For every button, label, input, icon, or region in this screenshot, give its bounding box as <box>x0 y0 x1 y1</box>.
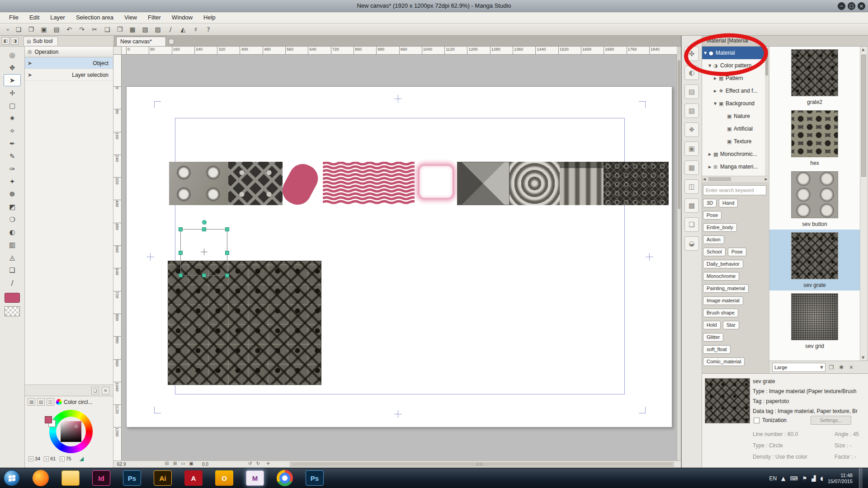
tag-button[interactable]: Hand <box>719 199 738 207</box>
minimize-button[interactable]: − <box>838 2 845 10</box>
tag-button[interactable]: Hold <box>703 321 721 329</box>
texture-rosette[interactable] <box>509 162 560 205</box>
scroll-left-icon[interactable]: ◀ <box>703 177 706 181</box>
scrollbar-thumb[interactable] <box>678 60 680 209</box>
figure-tool[interactable]: ◬ <box>4 251 21 263</box>
menu-item[interactable]: View <box>119 12 142 23</box>
color-cursor[interactable] <box>75 425 78 428</box>
main-color-swatch[interactable] <box>5 293 20 303</box>
material-tree-item[interactable]: ▼ ▣ Background <box>702 97 768 110</box>
tree-vertical-scrollbar[interactable] <box>765 47 769 176</box>
taskbar-explorer[interactable] <box>61 470 80 486</box>
material-dock-icon[interactable]: ◫ <box>684 179 699 194</box>
brush-tool[interactable]: ✑ <box>4 163 21 175</box>
taskbar-illustrator[interactable]: Ai <box>154 470 172 486</box>
tree-horizontal-scrollbar[interactable]: ◀ ▶ <box>702 176 769 182</box>
subtool-item[interactable]: ➤ Object <box>25 57 113 69</box>
material-thumbnail[interactable]: sev grid <box>769 291 860 352</box>
show-hidden-icons[interactable]: ▲ <box>781 475 785 482</box>
tag-button[interactable]: soft_float <box>703 345 731 354</box>
tag-button[interactable]: 3D <box>703 199 717 207</box>
tag-button[interactable]: Action <box>703 235 724 244</box>
fill-tool[interactable]: ◐ <box>4 226 21 238</box>
tree-expand-icon[interactable]: ▼ <box>714 102 719 106</box>
tag-button[interactable]: Pose <box>728 248 746 256</box>
canvas-horizontal-scrollbar[interactable] <box>290 462 674 467</box>
maximize-button[interactable]: □ <box>848 2 855 10</box>
menu-item[interactable]: Selection area <box>71 12 119 23</box>
ruler-tool[interactable]: ∕ <box>4 277 21 289</box>
taskbar-acrobat[interactable]: A <box>184 470 203 486</box>
close-button[interactable]: × <box>858 2 865 10</box>
texture-metal-dots[interactable] <box>169 162 228 205</box>
material-tree-item[interactable]: ▣ Artificial <box>702 122 768 135</box>
material-dock-icon[interactable]: ▩ <box>684 198 699 213</box>
scrollbar-thumb[interactable] <box>861 55 866 177</box>
selection-box[interactable] <box>180 229 227 276</box>
redo-icon[interactable]: ↷ <box>76 24 88 34</box>
foreground-color-swatch[interactable] <box>45 416 52 423</box>
tag-button[interactable]: Comic_material <box>703 357 745 366</box>
tree-expand-icon[interactable]: ▶ <box>714 76 719 80</box>
material-thumbnail[interactable]: hex <box>769 108 860 169</box>
palette-dock-icon-2[interactable]: ◨ <box>11 37 19 45</box>
material-tree-item[interactable]: ▶ ❖ Effect and f... <box>702 84 768 97</box>
subtool-panel-tab[interactable]: ▤ Sub tool <box>24 37 58 46</box>
scroll-right-icon[interactable]: ▶ <box>765 177 768 181</box>
scroll-up-icon[interactable]: ▲ <box>862 47 864 52</box>
texture-glow-frame[interactable] <box>418 164 454 199</box>
move-tool[interactable]: ✥ <box>4 61 21 74</box>
transparent-color-swatch[interactable] <box>5 306 20 316</box>
taskbar-outlook[interactable]: O <box>215 470 233 486</box>
tag-button[interactable]: Daily_behavior <box>703 260 743 268</box>
start-button[interactable] <box>4 470 20 486</box>
zoom-tool[interactable]: ◎ <box>4 49 21 61</box>
subtool-item[interactable]: ➤ Layer selection <box>25 69 113 81</box>
texture-large-grate[interactable] <box>168 261 321 385</box>
scrollbar-thumb[interactable] <box>708 177 731 181</box>
canvas-page[interactable] <box>126 86 672 427</box>
taskbar-photoshop[interactable]: Ps <box>123 470 141 486</box>
taskbar-manga-studio[interactable]: M <box>246 470 264 486</box>
material-thumbnail[interactable]: sev button <box>769 169 860 230</box>
material-dock-icon[interactable]: ▦ <box>684 160 699 175</box>
move-layer-tool[interactable]: ✛ <box>4 87 21 99</box>
vertical-ruler[interactable]: 0801602403204004805606407208008809601040… <box>113 55 122 460</box>
settings-button[interactable]: Settings... <box>811 416 851 425</box>
show-desktop-button[interactable] <box>859 468 863 488</box>
paste-icon[interactable]: ❒ <box>114 24 126 34</box>
material-thumbnail[interactable]: grate2 <box>769 47 860 108</box>
material-tree-item[interactable]: ▶ ▩ Monochromic... <box>702 148 768 160</box>
snap-to-grid-icon[interactable]: ▧ <box>139 24 151 34</box>
menu-item[interactable]: File <box>4 12 24 23</box>
selection-handle[interactable] <box>202 227 206 231</box>
texture-carved-arch[interactable] <box>560 162 604 205</box>
gradient-tool[interactable]: ▥ <box>4 239 21 251</box>
delete-material-icon[interactable]: ✕ <box>847 363 855 371</box>
eraser-tool[interactable]: ◩ <box>4 201 21 213</box>
selection-handle[interactable] <box>225 251 229 255</box>
selection-handle[interactable] <box>225 273 229 277</box>
copy-icon[interactable]: ❑ <box>101 24 113 34</box>
texture-dark-grate[interactable] <box>604 162 669 205</box>
material-dock-icon[interactable]: ▤ <box>684 84 699 99</box>
scroll-down-icon[interactable]: ▼ <box>862 356 864 360</box>
snap-to-special-ruler-icon[interactable]: ▨ <box>152 24 164 34</box>
thumbnail-size-select[interactable]: Large ▼ <box>772 363 826 372</box>
tag-button[interactable]: Glitter <box>703 333 723 342</box>
tag-button[interactable]: Painting_material <box>703 284 749 293</box>
material-settings-icon[interactable]: ✱ <box>837 363 845 371</box>
selection-handle[interactable] <box>202 273 206 277</box>
selection-handle[interactable] <box>179 251 183 255</box>
collapse-left-dock-icon[interactable]: « <box>4 25 12 33</box>
material-search-input[interactable] <box>703 185 766 195</box>
taskbar-indesign[interactable]: Id <box>92 470 110 486</box>
palette-dock-icon[interactable]: ◧ <box>2 37 9 45</box>
undo-icon[interactable]: ↶ <box>63 24 75 34</box>
color-set-tab-icon[interactable]: ◫ <box>47 398 54 406</box>
rotate-right-icon[interactable]: ↻ <box>255 461 262 467</box>
delete-subtool-icon[interactable]: ✕ <box>102 387 109 394</box>
selection-handle[interactable] <box>179 273 183 277</box>
texture-wavy-stripes[interactable] <box>323 162 415 204</box>
horizontal-ruler[interactable]: 0801602403204004805606407208008809601040… <box>122 47 677 55</box>
